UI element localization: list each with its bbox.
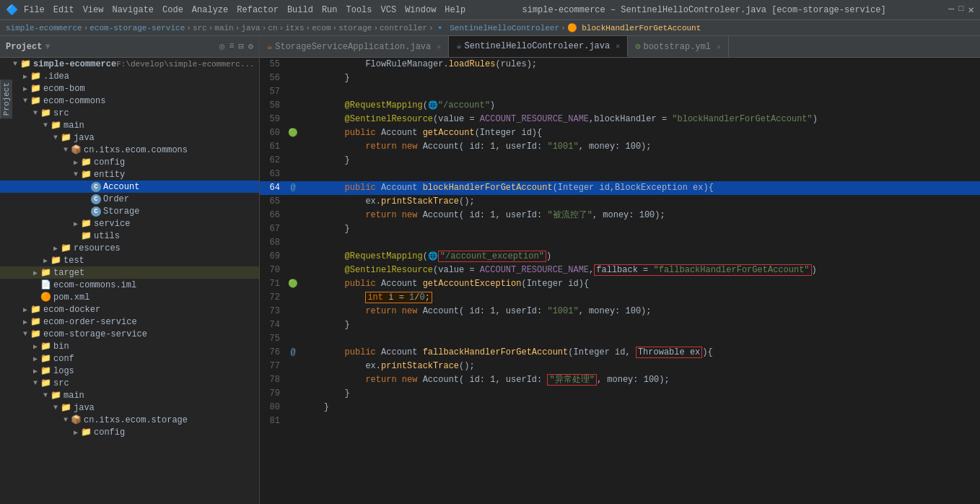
code-line-59: 59 @SentinelResource(value = ACCOUNT_RES… — [260, 113, 980, 126]
sidebar-title: Project — [6, 42, 42, 52]
menu-analyze[interactable]: Analyze — [192, 5, 228, 15]
tree-item-config-storage[interactable]: ▶ 📁 config — [0, 426, 259, 438]
tree-label: java — [74, 133, 95, 143]
tree-label: config — [94, 157, 125, 168]
sidebar-locate-icon[interactable]: ◎ — [219, 41, 224, 52]
close-button[interactable]: ✕ — [968, 4, 974, 16]
tree-item-logs[interactable]: ▶ 📁 logs — [0, 365, 259, 377]
folder-icon: 📁 — [81, 230, 92, 241]
tab-storage-application[interactable]: ☕ StorageServiceApplication.java ✕ — [260, 36, 449, 57]
tree-label: Account — [103, 182, 139, 192]
tree-item-iml[interactable]: 📄 ecom-commons.iml — [0, 279, 259, 291]
menu-refactor[interactable]: Refactor — [237, 5, 279, 15]
class-icon: C — [91, 194, 103, 204]
tree-item-package-commons[interactable]: ▼ 📦 cn.itxs.ecom.commons — [0, 144, 259, 156]
tree-item-package-storage[interactable]: ▼ 📦 cn.itxs.ecom.storage — [0, 414, 259, 426]
tree-item-bin[interactable]: ▶ 📁 bin — [0, 340, 259, 352]
menu-view[interactable]: View — [83, 5, 104, 15]
sidebar-gear-icon[interactable]: ⚙ — [248, 41, 253, 52]
menu-run[interactable]: Run — [322, 5, 338, 15]
tab-label: bootstrap.yml — [643, 42, 711, 52]
bc-sentinel[interactable]: 🔹 SentinelHelloControleer — [435, 23, 559, 32]
tree-item-conf[interactable]: ▶ 📁 conf — [0, 352, 259, 365]
bc-simple-ecommerce[interactable]: simple-ecommerce — [6, 24, 82, 32]
tree-item-java-commons[interactable]: ▼ 📁 java — [0, 131, 259, 144]
tab-bootstrap-yml[interactable]: ⚙ bootstrap.yml ✕ — [628, 36, 729, 57]
code-line-75: 75 — [260, 332, 980, 346]
tree-label: conf — [53, 354, 74, 364]
tab-sentinel-hello[interactable]: ☕ SentinelHelloControleer.java ✕ — [449, 36, 628, 57]
project-tab[interactable]: Project — [0, 79, 12, 118]
folder-icon: 📁 — [40, 341, 51, 352]
tree-item-order[interactable]: C Order — [0, 193, 259, 205]
menu-code[interactable]: Code — [162, 5, 183, 15]
tree-label: config — [94, 427, 125, 438]
minimize-button[interactable]: ─ — [948, 4, 954, 16]
maximize-button[interactable]: □ — [958, 4, 963, 16]
tree-label: resources — [74, 243, 121, 253]
main-layout: Project ▼ ◎ ≡ ⊟ ⚙ Project ▼ 📁 simple-eco… — [0, 36, 980, 504]
code-line-76: 76 @ public Account fallbackHandlerForGe… — [260, 346, 980, 360]
folder-icon: 📦 — [71, 144, 82, 155]
tree-item-ecom-storage-service[interactable]: ▼ 📁 ecom-storage-service — [0, 328, 259, 340]
code-line-67: 67 } — [260, 222, 980, 236]
menu-tools[interactable]: Tools — [346, 5, 372, 15]
tree-label: test — [64, 256, 84, 266]
tree-suffix: F:\develop\simple-ecommerc... — [116, 60, 254, 69]
tree-item-idea[interactable]: ▶ 📁 .idea — [0, 70, 259, 82]
folder-icon: 📁 — [81, 169, 92, 180]
menu-build[interactable]: Build — [287, 5, 313, 15]
tree-item-ecom-bom[interactable]: ▶ 📁 ecom-bom — [0, 82, 259, 95]
menu-bar[interactable]: File Edit View Navigate Code Analyze Ref… — [24, 5, 465, 15]
tree-item-test[interactable]: ▶ 📁 test — [0, 254, 259, 266]
menu-edit[interactable]: Edit — [53, 5, 74, 15]
menu-vcs[interactable]: VCS — [381, 5, 397, 15]
bc-ecom-storage-service[interactable]: ecom-storage-service — [89, 24, 185, 32]
folder-icon: 📁 — [61, 243, 71, 253]
menu-navigate[interactable]: Navigate — [112, 5, 154, 15]
tree-item-ecom-docker[interactable]: ▶ 📁 ecom-docker — [0, 303, 259, 316]
tree-item-entity[interactable]: ▼ 📁 entity — [0, 168, 259, 181]
tree-label: logs — [53, 366, 74, 376]
sidebar: Project ▼ ◎ ≡ ⊟ ⚙ Project ▼ 📁 simple-eco… — [0, 36, 260, 504]
tree-item-utils[interactable]: 📁 utils — [0, 230, 259, 242]
tree-label: src — [53, 378, 69, 388]
code-line-78: 78 return new Account( id: 1, userId: "异… — [260, 373, 980, 387]
code-line-64: 64 @ public Account blockHandlerForGetAc… — [260, 181, 980, 195]
sidebar-expand-icon[interactable]: ≡ — [229, 41, 234, 52]
tree-label: cn.itxs.ecom.storage — [84, 415, 188, 425]
code-line-63: 63 — [260, 168, 980, 181]
tab-close[interactable]: ✕ — [616, 42, 620, 51]
folder-icon: 📁 — [40, 378, 51, 388]
tab-close[interactable]: ✕ — [717, 43, 721, 51]
tree-item-src-storage[interactable]: ▼ 📁 src — [0, 377, 259, 389]
tree-item-pom[interactable]: 🟠 pom.xml — [0, 291, 259, 303]
sidebar-collapse-icon[interactable]: ⊟ — [239, 41, 244, 52]
tree-item-ecom-order[interactable]: ▶ 📁 ecom-order-service — [0, 316, 259, 328]
code-line-79: 79 } — [260, 387, 980, 401]
folder-icon: 📁 — [30, 316, 41, 327]
tree-label: pom.xml — [53, 292, 89, 303]
tree-item-main-commons[interactable]: ▼ 📁 main — [0, 119, 259, 131]
folder-icon: 📁 — [81, 218, 92, 229]
tree-item-java-storage[interactable]: ▼ 📁 java — [0, 401, 259, 414]
folder-icon: 📁 — [81, 427, 92, 438]
tree-item-main-storage[interactable]: ▼ 📁 main — [0, 389, 259, 401]
tree-item-account[interactable]: C Account — [0, 181, 259, 193]
tree-item-resources[interactable]: ▶ 📁 resources — [0, 242, 259, 254]
tree-item-service[interactable]: ▶ 📁 service — [0, 217, 259, 230]
code-line-62: 62 } — [260, 154, 980, 168]
tree-item-simple-ecommerce[interactable]: ▼ 📁 simple-ecommerce F:\develop\simple-e… — [0, 58, 259, 70]
code-scroll[interactable]: 55 FlowRuleManager.loadRules(rules); 56 … — [260, 58, 980, 504]
tab-close[interactable]: ✕ — [437, 43, 441, 51]
bc-method[interactable]: 🟠 blockHandlerForGetAccount — [567, 23, 701, 32]
folder-icon: 📁 — [61, 402, 71, 413]
tree-item-src-commons[interactable]: ▼ 📁 src — [0, 107, 259, 119]
menu-window[interactable]: Window — [405, 5, 436, 15]
menu-help[interactable]: Help — [445, 5, 465, 15]
tree-item-target[interactable]: ▶ 📁 target — [0, 266, 259, 279]
tree-item-config[interactable]: ▶ 📁 config — [0, 156, 259, 168]
tree-item-storage-class[interactable]: C Storage — [0, 205, 259, 217]
menu-file[interactable]: File — [24, 5, 45, 15]
tree-item-ecom-commons[interactable]: ▼ 📁 ecom-commons — [0, 95, 259, 107]
